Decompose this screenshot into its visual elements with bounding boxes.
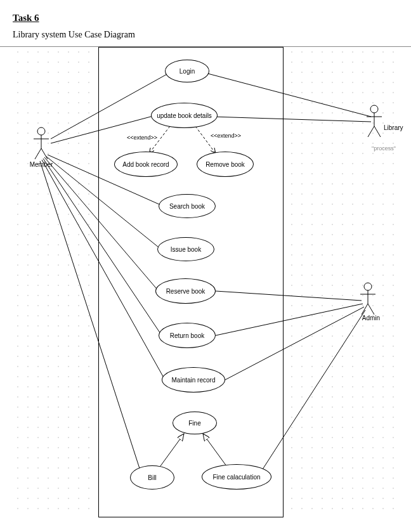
svg-point-28 [364, 283, 372, 290]
svg-line-27 [374, 126, 381, 137]
usecase-login: Login [165, 60, 209, 82]
usecase-add-book: Add book record [114, 152, 178, 177]
usecase-issue-book: Issue book [157, 237, 214, 261]
actor-library [365, 104, 384, 139]
svg-line-32 [368, 304, 374, 315]
usecase-maintain-record: Maintain record [162, 367, 225, 393]
diagram-canvas: Member Library "process" Admin Login upd… [13, 47, 398, 516]
usecase-update-book: update book details [151, 103, 218, 128]
usecase-fine-calc: Fine calaculation [202, 464, 271, 490]
svg-line-31 [362, 304, 368, 315]
svg-point-18 [37, 127, 45, 135]
page-subtitle: Library system Use Case Diagram [13, 30, 398, 40]
usecase-fine: Fine [173, 412, 217, 434]
actor-member [32, 126, 51, 161]
usecase-reserve-book: Reserve book [155, 278, 216, 304]
actor-admin [358, 282, 377, 316]
svg-point-23 [370, 105, 378, 113]
svg-line-22 [41, 148, 48, 159]
usecase-bill: Bill [130, 465, 174, 490]
stereo-extend-left: <<extend>> [126, 134, 159, 141]
page-title: Task 6 [13, 13, 398, 23]
svg-line-26 [368, 126, 374, 137]
usecase-return-book: Return book [159, 323, 216, 348]
usecase-search-book: Search book [159, 194, 216, 218]
usecase-remove-book: Remove book [197, 152, 254, 177]
actor-member-label: Member [25, 161, 57, 168]
actor-admin-label: Admin [355, 315, 387, 321]
svg-line-21 [35, 148, 41, 159]
actor-process-label: "process" [365, 145, 403, 152]
stereo-extend-right: <<extend>> [209, 133, 242, 139]
actor-library-label: Library [384, 124, 411, 131]
